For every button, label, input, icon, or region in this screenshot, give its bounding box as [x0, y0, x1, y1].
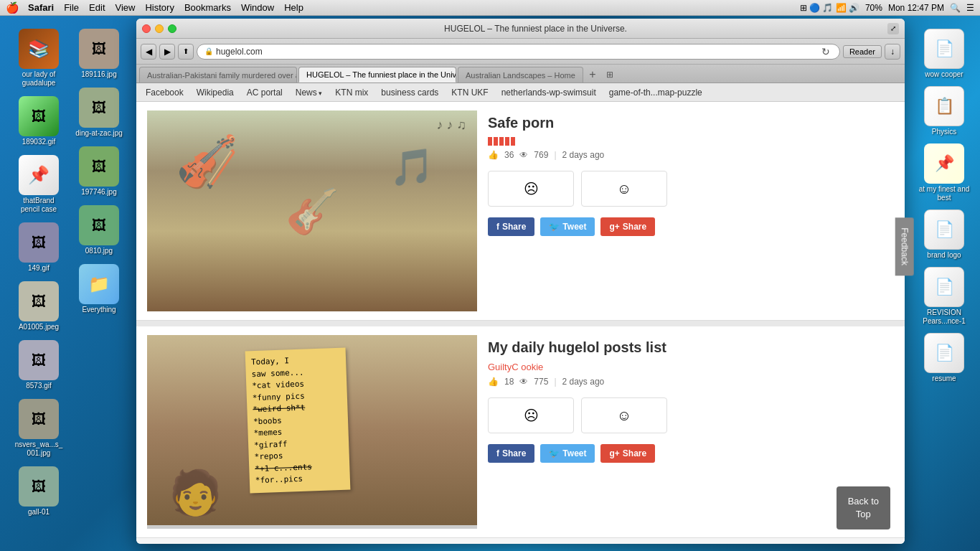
share-twitter-1[interactable]: 🐦 Tweet [540, 217, 595, 236]
traffic-lights [142, 24, 176, 33]
download-button[interactable]: ↓ [885, 44, 900, 60]
like-button-2[interactable]: ☺ [581, 397, 667, 433]
browser-tab-2[interactable]: HUGELOL – The funniest place in the Univ… [298, 67, 456, 83]
facebook-icon: f [496, 222, 499, 232]
menu-window[interactable]: Window [241, 2, 274, 13]
bookmark-gameofth[interactable]: game-of-th...map-puzzle [604, 86, 707, 99]
browser-tab-3[interactable]: Australian Landscapes – Home [458, 67, 583, 83]
share-facebook-1[interactable]: f Share [488, 217, 534, 236]
desktop-icon-brandlogo[interactable]: 📄 brand logo [912, 207, 976, 263]
share-google-1[interactable]: g+ Share [600, 217, 655, 236]
post-user-1 [488, 137, 894, 146]
forward-button[interactable]: ▶ [159, 44, 175, 60]
desktop-icon-a01005[interactable]: 🖼 A01005.jpeg [10, 278, 67, 334]
bookmark-wikipedia[interactable]: Wikipedia [192, 86, 239, 99]
desktop-icon-guadalupe[interactable]: 📚 our lady of guadalupe [10, 26, 67, 90]
hugelol-page: ♪ ♪ ♫ 🎸 🎻 🎵 Safe porn [136, 102, 905, 538]
share-buttons-1: f Share 🐦 Tweet g+ Share [488, 217, 894, 236]
menu-history[interactable]: History [145, 2, 174, 13]
desktop-icon-gall01[interactable]: 🖼 gall-01 [10, 463, 67, 519]
desktop-icon-revision[interactable]: 📄 REVISION Pears...nce-1 [912, 264, 976, 329]
post-title-2: My daily hugelol posts list [488, 339, 894, 356]
menubar-search-icon[interactable]: 🔍 [950, 3, 961, 13]
browser-title: HUGELOL – The funniest place in the Univ… [184, 24, 887, 34]
menubar: 🍎 Safari File Edit View History Bookmark… [0, 0, 980, 16]
post-user-2[interactable]: GuiltyC ookie [488, 362, 894, 372]
bookmark-netherlands[interactable]: netherlands-wp-swimsuit [496, 86, 601, 99]
googleplus-icon: g+ [609, 222, 619, 232]
reader-button[interactable]: Reader [843, 45, 882, 58]
post-item-2: 🧑 Today, I saw some... *cat videos *funn… [136, 326, 905, 538]
share-button[interactable]: ⬆ [178, 44, 194, 60]
bookmark-businesscards[interactable]: business cards [376, 86, 443, 99]
desktop-icon-atmy[interactable]: 📌 at my finest and best [912, 141, 976, 205]
desktop-icon-dingat[interactable]: 🖼 ding-at-zac.jpg [70, 85, 128, 141]
bookmarks-bar: Facebook Wikipedia AC portal News KTN mi… [136, 83, 905, 102]
facebook-icon-2: f [496, 448, 499, 458]
address-bar[interactable]: 🔒 hugelol.com ↻ [197, 44, 840, 60]
menu-safari[interactable]: Safari [28, 2, 54, 13]
desktop-icon-physics[interactable]: 📋 Physics [912, 83, 976, 139]
minimize-button[interactable] [155, 24, 164, 33]
reactions-2: ☹ ☺ [488, 397, 894, 433]
dislike-button-2[interactable]: ☹ [488, 397, 574, 433]
menu-edit[interactable]: Edit [89, 2, 105, 13]
post-item-1: ♪ ♪ ♫ 🎸 🎻 🎵 Safe porn [136, 102, 905, 321]
new-tab-button[interactable]: + [585, 67, 600, 83]
browser-toolbar: ◀ ▶ ⬆ 🔒 hugelol.com ↻ Reader ↓ [136, 39, 905, 65]
desktop-icon-197746[interactable]: 🖼 197746.jpg [70, 143, 128, 199]
browser-titlebar: HUGELOL – The funniest place in the Univ… [136, 19, 905, 39]
menu-file[interactable]: File [64, 2, 79, 13]
desktop-icon-wowcooper[interactable]: 📄 wow cooper [912, 26, 976, 82]
share-twitter-2[interactable]: 🐦 Tweet [540, 444, 595, 463]
desktop-icon-thatbrand[interactable]: 📌 thatBrand pencil case [10, 152, 67, 217]
menubar-list-icon[interactable]: ☰ [966, 3, 974, 13]
dislike-button-1[interactable]: ☹ [488, 171, 574, 207]
back-button[interactable]: ◀ [141, 44, 156, 60]
vote-icon: 👍 [488, 150, 499, 160]
menu-bookmarks[interactable]: Bookmarks [184, 2, 231, 13]
menu-view[interactable]: View [116, 2, 136, 13]
maximize-button[interactable] [168, 24, 176, 33]
close-button[interactable] [142, 24, 151, 33]
bookmark-ktnukf[interactable]: KTN UKF [446, 86, 493, 99]
vote-count-2: 18 [504, 377, 514, 387]
apple-menu-icon[interactable]: 🍎 [6, 1, 19, 14]
reload-button[interactable]: ↻ [819, 45, 832, 58]
reactions-1: ☹ ☺ [488, 171, 894, 207]
desktop-icon-189032[interactable]: 🖼 189032.gif [10, 93, 67, 149]
like-button-1[interactable]: ☺ [581, 171, 667, 207]
share-facebook-2[interactable]: f Share [488, 444, 534, 463]
browser-tab-1[interactable]: Australian-Pakistani family murdered ove… [139, 67, 297, 83]
bookmark-acportal[interactable]: AC portal [242, 86, 288, 99]
menu-help[interactable]: Help [284, 2, 303, 13]
bookmark-facebook[interactable]: Facebook [141, 86, 189, 99]
feedback-tab[interactable]: Feedback [895, 217, 914, 276]
post-meta-1: 👍 36 👁 769 | 2 days ago [488, 150, 894, 160]
desktop-icon-everything[interactable]: 📁 Everything [70, 261, 128, 317]
browser-content[interactable]: ♪ ♪ ♫ 🎸 🎻 🎵 Safe porn [136, 102, 905, 544]
post-info-1: Safe porn 👍 36 👁 [488, 110, 894, 311]
post-time-1: 2 days ago [562, 150, 605, 160]
post-time-2: 2 days ago [562, 377, 605, 387]
desktop-icon-189116[interactable]: 🖼 189116.jpg [70, 26, 128, 82]
browser-window: HUGELOL – The funniest place in the Univ… [136, 19, 905, 544]
bookmark-news[interactable]: News [291, 86, 328, 99]
desktop-icon-8573[interactable]: 🖼 8573.gif [10, 337, 67, 393]
post-divider [136, 321, 905, 326]
twitter-icon: 🐦 [549, 222, 560, 232]
zoom-icon[interactable]: ⤢ [887, 23, 899, 34]
menubar-right: ⊞ 🔵 🎵 📶 🔊 70% Mon 12:47 PM 🔍 ☰ [800, 3, 974, 13]
back-to-top-button[interactable]: Back to Top [837, 486, 890, 529]
post-image-2: 🧑 Today, I saw some... *cat videos *funn… [147, 335, 477, 529]
desktop-icons-right: 📄 wow cooper 📋 Physics 📌 at my finest an… [908, 22, 980, 551]
bookmark-ktnmix[interactable]: KTN mix [330, 86, 373, 99]
desktop-icon-0810[interactable]: 🖼 0810.jpg [70, 202, 128, 258]
view-icon-2: 👁 [519, 377, 528, 387]
desktop-icon-149gif[interactable]: 🖼 149.gif [10, 220, 67, 276]
tab-list-button[interactable]: ⊞ [602, 67, 618, 83]
desktop-icon-nsvers[interactable]: 🖼 nsvers_wa...s_001.jpg [10, 396, 67, 461]
desktop-icon-resume[interactable]: 📄 resume [912, 330, 976, 386]
share-google-2[interactable]: g+ Share [600, 444, 655, 463]
post-note: Today, I saw some... *cat videos *funny … [245, 348, 351, 493]
